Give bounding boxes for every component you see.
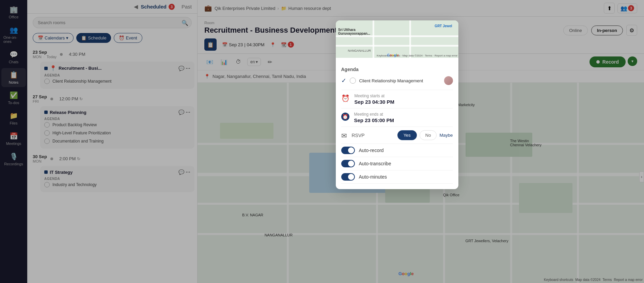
auto-transcribe-label: Auto-transcribe — [359, 161, 391, 166]
checkmark-icon: ✓ — [341, 77, 346, 84]
rsvp-maybe-button[interactable]: Maybe — [439, 130, 453, 140]
modal-map-preview: Sri UttharaGuruvayoorappan... GRT Jewel … — [336, 20, 458, 58]
modal-end-section: ⏰ Meeting ends at Sep 23 05:00 PM — [341, 109, 453, 127]
auto-minutes-label: Auto-minutes — [359, 174, 387, 180]
modal-agenda-content: Agenda ✓ Client Relationship Management — [341, 67, 453, 86]
rsvp-buttons: Yes No Maybe — [397, 130, 453, 140]
modal-overlay: Sri UttharaGuruvayoorappan... GRT Jewel … — [0, 0, 644, 283]
agenda-modal-text: Client Relationship Management — [359, 78, 423, 83]
auto-minutes-toggle[interactable] — [341, 173, 355, 181]
rsvp-row: ✉ RSVP Yes No Maybe — [341, 127, 453, 144]
rsvp-envelope-icon: ✉ — [341, 132, 347, 140]
agenda-modal: Sri UttharaGuruvayoorappan... GRT Jewel … — [336, 20, 458, 189]
rsvp-yes-button[interactable]: Yes — [397, 130, 417, 140]
meeting-start-label: Meeting starts at — [355, 94, 453, 98]
auto-transcribe-row: Auto-transcribe — [341, 157, 453, 170]
auto-record-label: Auto-record — [359, 148, 384, 153]
modal-map-label2: GRT Jewel — [435, 24, 452, 28]
modal-map-bg: Sri UttharaGuruvayoorappan... GRT Jewel … — [336, 20, 458, 58]
agenda-section-title: Agenda — [341, 67, 453, 72]
agenda-avatar — [444, 76, 453, 85]
meeting-end-value: Sep 23 05:00 PM — [354, 117, 453, 123]
modal-end-content: Meeting ends at Sep 23 05:00 PM — [354, 112, 453, 123]
modal-map-label1: Sri UttharaGuruvayoorappan... — [338, 28, 370, 35]
meeting-end-label: Meeting ends at — [354, 112, 453, 117]
clock-start-icon: ⏰ — [341, 94, 350, 102]
clock-end-icon: ⏰ — [341, 113, 349, 121]
meeting-start-value: Sep 23 04:30 PM — [355, 99, 453, 105]
auto-minutes-row: Auto-minutes — [341, 170, 453, 184]
modal-start-content: Meeting starts at Sep 23 04:30 PM — [355, 94, 453, 105]
rsvp-label: RSVP — [352, 133, 365, 138]
modal-map-label3: NANGANALLUR — [348, 49, 371, 52]
auto-transcribe-toggle[interactable] — [341, 160, 355, 167]
modal-start-section: ⏰ Meeting starts at Sep 23 04:30 PM — [341, 90, 453, 109]
agenda-row-crm: ✓ Client Relationship Management — [341, 75, 453, 86]
auto-record-toggle[interactable] — [341, 147, 355, 154]
modal-agenda-section: Agenda ✓ Client Relationship Management — [341, 63, 453, 90]
modal-map-credits2: Keyboard shortcuts · Map data ©2024 · Te… — [377, 54, 457, 57]
auto-record-row: Auto-record — [341, 144, 453, 157]
modal-body: Agenda ✓ Client Relationship Management … — [336, 58, 458, 189]
rsvp-no-button[interactable]: No — [420, 130, 437, 140]
agenda-circle[interactable] — [350, 78, 356, 84]
